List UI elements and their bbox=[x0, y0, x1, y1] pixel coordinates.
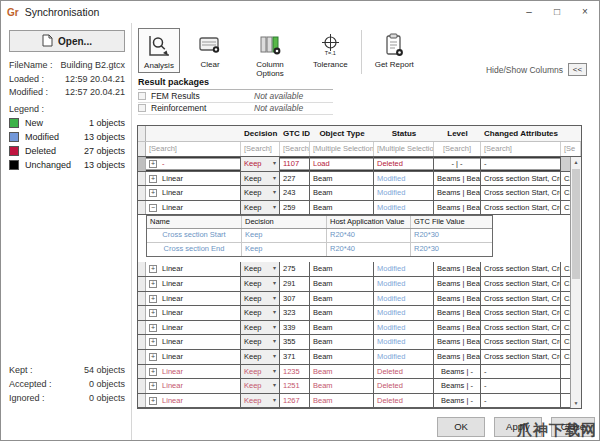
open-button[interactable]: Open... bbox=[9, 30, 125, 52]
checkbox[interactable] bbox=[138, 104, 146, 112]
decision-dropdown[interactable]: Keep▾ bbox=[241, 335, 280, 349]
changed-attributes-cell: - bbox=[481, 394, 561, 408]
chevron-down-icon: ▾ bbox=[273, 321, 276, 335]
expand-row-icon[interactable]: + bbox=[149, 324, 157, 332]
clear-icon bbox=[197, 31, 223, 58]
decision-dropdown[interactable]: Keep▾ bbox=[241, 292, 280, 306]
collapse-columns-button[interactable]: << bbox=[568, 63, 587, 76]
minimize-button[interactable]: – bbox=[515, 2, 543, 22]
status-cell: Modified bbox=[374, 172, 434, 186]
legend-list: New1 objectsModified13 objectsDeleted27 … bbox=[9, 116, 125, 172]
row-indicator bbox=[138, 201, 146, 215]
grid-row[interactable]: + LinearKeep▾371BeamModifiedBeams | Beam… bbox=[138, 350, 581, 365]
ok-button[interactable]: OK bbox=[437, 417, 485, 437]
search-filter-cell[interactable]: [Se bbox=[561, 142, 581, 156]
info-value: 0 objects bbox=[89, 391, 125, 405]
grid-row[interactable]: + LinearKeep▾307BeamModifiedBeams | Beam… bbox=[138, 292, 581, 307]
scroll-thumb[interactable] bbox=[572, 169, 580, 279]
maximize-button[interactable]: □ bbox=[543, 2, 571, 22]
grid-row[interactable]: + LinearKeep▾1235BeamDeletedBeams | -- bbox=[138, 365, 581, 380]
grid-row[interactable]: + LinearKeep▾323BeamModifiedBeams | Beam… bbox=[138, 306, 581, 321]
grid-row[interactable]: + LinearKeep▾243BeamModifiedBeams | Beam… bbox=[138, 186, 581, 201]
decision-value: Keep bbox=[244, 350, 262, 364]
grid-row[interactable]: + LinearKeep▾227BeamModifiedBeams | Beam… bbox=[138, 172, 581, 187]
expand-row-icon[interactable]: + bbox=[149, 295, 157, 303]
search-filter-cell[interactable]: [Search] bbox=[434, 142, 481, 156]
decision-dropdown[interactable]: Keep▾ bbox=[241, 201, 280, 215]
analysis-button[interactable]: Analysis bbox=[138, 28, 180, 73]
expand-row-icon[interactable]: + bbox=[149, 160, 157, 168]
decision-dropdown[interactable]: Keep▾ bbox=[241, 306, 280, 320]
decision-dropdown[interactable]: Keep▾ bbox=[241, 277, 280, 291]
collapse-row-icon[interactable]: − bbox=[149, 204, 157, 212]
close-button[interactable]: Close bbox=[551, 417, 595, 437]
search-filter-cell[interactable]: [Search] bbox=[241, 142, 280, 156]
column-header[interactable]: Status bbox=[374, 126, 434, 141]
scroll-up-icon[interactable]: ▲ bbox=[571, 157, 581, 167]
grid-row[interactable]: + -Keep▾1107LoadDeleted- | -- bbox=[138, 157, 581, 172]
decision-dropdown[interactable]: Keep▾ bbox=[241, 350, 280, 364]
decision-dropdown[interactable]: Keep▾ bbox=[241, 365, 280, 379]
column-header[interactable] bbox=[561, 126, 581, 141]
close-window-button[interactable]: × bbox=[571, 2, 599, 22]
chevron-down-icon: ▾ bbox=[273, 335, 276, 349]
vertical-scrollbar[interactable]: ▲ ▼ bbox=[570, 157, 581, 408]
expand-row-icon[interactable]: + bbox=[149, 189, 157, 197]
gtc-id-cell: 355 bbox=[280, 335, 310, 349]
decision-value: Keep bbox=[244, 172, 262, 186]
search-filter-cell[interactable]: [Multiple Selection] bbox=[374, 142, 434, 156]
attribute-decision-cell[interactable]: Keep bbox=[242, 229, 327, 242]
expand-row-icon[interactable]: + bbox=[149, 368, 157, 376]
grid-row[interactable]: + LinearKeep▾339BeamModifiedBeams | Beam… bbox=[138, 321, 581, 336]
expand-row-icon[interactable]: + bbox=[149, 175, 157, 183]
clear-button[interactable]: Clear bbox=[189, 28, 231, 71]
apply-button[interactable]: Apply bbox=[494, 417, 542, 437]
decision-dropdown[interactable]: Keep▾ bbox=[241, 262, 280, 276]
decision-dropdown[interactable]: Keep▾ bbox=[241, 379, 280, 393]
column-header[interactable]: Level bbox=[434, 126, 481, 141]
info-row: FileName :Building B2.gtcx bbox=[9, 59, 125, 73]
row-indicator bbox=[138, 350, 146, 364]
column-header[interactable]: Changed Attributes bbox=[481, 126, 561, 141]
decision-dropdown[interactable]: Keep▾ bbox=[241, 157, 280, 171]
decision-dropdown[interactable]: Keep▾ bbox=[241, 394, 280, 408]
status-cell: Modified bbox=[374, 262, 434, 276]
decision-dropdown[interactable]: Keep▾ bbox=[241, 186, 280, 200]
gtc-id-cell: 275 bbox=[280, 262, 310, 276]
search-filter-cell[interactable]: [Search] bbox=[481, 142, 561, 156]
object-name: Linear bbox=[160, 264, 183, 273]
gtc-id-cell: 339 bbox=[280, 321, 310, 335]
grid-row[interactable]: + LinearKeep▾1267BeamDeletedBeams | -- bbox=[138, 394, 581, 409]
grid-row[interactable]: + LinearKeep▾275BeamModifiedBeams | Beam… bbox=[138, 262, 581, 277]
grid-row[interactable]: + LinearKeep▾291BeamModifiedBeams | Beam… bbox=[138, 277, 581, 292]
attribute-decision-cell[interactable]: Keep bbox=[242, 243, 327, 257]
search-filter-cell[interactable]: [Multiple Selection] bbox=[310, 142, 374, 156]
expand-row-icon[interactable]: + bbox=[149, 397, 157, 405]
get-report-button[interactable]: Get Report bbox=[371, 28, 418, 71]
expand-row-icon[interactable]: + bbox=[149, 382, 157, 390]
expand-row-icon[interactable]: + bbox=[149, 309, 157, 317]
column-header[interactable]: Decision bbox=[241, 126, 280, 141]
tolerance-button[interactable]: T=.1Tolerance bbox=[309, 28, 352, 71]
decision-dropdown[interactable]: Keep▾ bbox=[241, 172, 280, 186]
grid-row[interactable]: − LinearKeep▾259BeamModifiedBeams | Beam… bbox=[138, 201, 581, 216]
column-header[interactable]: GTC ID bbox=[280, 126, 310, 141]
scroll-down-icon[interactable]: ▼ bbox=[571, 398, 581, 408]
chevron-down-icon: ▾ bbox=[273, 394, 276, 408]
expand-row-icon[interactable]: + bbox=[149, 338, 157, 346]
grid-row[interactable]: + LinearKeep▾355BeamModifiedBeams | Beam… bbox=[138, 335, 581, 350]
hide-show-columns: Hide/Show Columns << bbox=[486, 63, 587, 76]
column-header[interactable] bbox=[146, 126, 241, 141]
search-filter-cell[interactable]: [Search] bbox=[146, 142, 241, 156]
decision-dropdown[interactable]: Keep▾ bbox=[241, 321, 280, 335]
column-options-button[interactable]: Column Options bbox=[240, 28, 300, 80]
chevron-down-icon: ▾ bbox=[273, 379, 276, 393]
checkbox[interactable] bbox=[138, 92, 146, 100]
expand-row-icon[interactable]: + bbox=[149, 353, 157, 361]
search-filter-cell[interactable]: [Search] bbox=[280, 142, 310, 156]
expand-row-icon[interactable]: + bbox=[149, 265, 157, 273]
grid-row[interactable]: + LinearKeep▾1251BeamDeletedBeams | -- bbox=[138, 379, 581, 394]
expand-row-icon[interactable]: + bbox=[149, 280, 157, 288]
legend-item: Deleted27 objects bbox=[9, 144, 125, 158]
column-header[interactable]: Object Type bbox=[310, 126, 374, 141]
